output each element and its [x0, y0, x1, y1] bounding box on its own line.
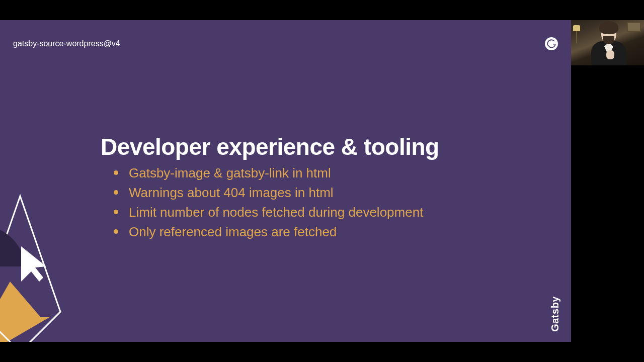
- context-label: gatsby-source-wordpress@v4: [13, 39, 120, 48]
- bullet-list: Gatsby-image & gatsby-link in html Warni…: [101, 163, 511, 242]
- picture-frame-prop: [627, 22, 641, 32]
- presenter-webcam: [571, 20, 644, 65]
- video-frame: gatsby-source-wordpress@v4: [0, 0, 644, 362]
- slide-header: gatsby-source-wordpress@v4: [13, 37, 558, 50]
- brand-wordmark: Gatsby: [549, 296, 561, 332]
- bullet-item: Only referenced images are fetched: [101, 222, 511, 242]
- bullet-item: Gatsby-image & gatsby-link in html: [101, 163, 511, 183]
- gatsby-logo-icon: [545, 37, 558, 50]
- slide-title: Developer experience & tooling: [101, 133, 511, 160]
- svg-marker-3: [21, 246, 46, 282]
- bullet-item: Limit number of nodes fetched during dev…: [101, 203, 511, 222]
- bullet-item: Warnings about 404 images in html: [101, 183, 511, 203]
- presenter-figure: [591, 24, 626, 65]
- decorative-geometry: [0, 191, 111, 342]
- slide-content: Developer experience & tooling Gatsby-im…: [101, 133, 511, 242]
- svg-marker-1: [0, 317, 50, 342]
- lamp-prop: [573, 25, 580, 43]
- svg-marker-2: [0, 282, 40, 317]
- presentation-slide: gatsby-source-wordpress@v4: [0, 20, 571, 342]
